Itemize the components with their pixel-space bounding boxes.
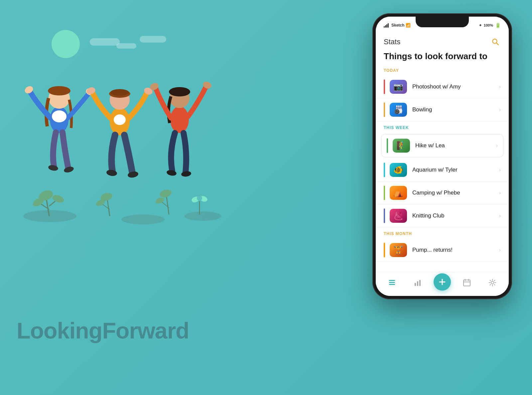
svg-point-1 [121, 214, 165, 224]
svg-point-28 [52, 110, 66, 122]
svg-rect-48 [389, 282, 395, 283]
color-bar-camping [384, 186, 385, 200]
icon-pump: 🏋️ [390, 243, 407, 257]
phone-device: Sketch 📶 ✦ 100% 🔋 Stats [372, 13, 512, 299]
list-item-bowling[interactable]: 🎳 Bowling › [376, 98, 509, 121]
color-bar-aquarium [384, 163, 385, 177]
list-item-pump[interactable]: 🏋️ Pump... returns! › [376, 239, 509, 262]
chevron-pump: › [499, 247, 501, 253]
svg-point-40 [169, 87, 190, 96]
app-screen: Stats Things to look forward to TODAY [376, 31, 509, 296]
icon-photoshoot: 📷 [390, 80, 407, 94]
item-label-hike: Hike w/ Lea [415, 142, 496, 149]
status-left: Sketch 📶 [384, 23, 411, 28]
status-right: ✦ 100% 🔋 [479, 23, 501, 28]
list-item-hike[interactable]: 🧗 Hike w/ Lea › [381, 134, 503, 157]
item-label-photoshoot: Photoshoot w/ Amy [412, 83, 499, 90]
chevron-bowling: › [499, 107, 501, 113]
section-label-month: THIS MONTH [376, 231, 509, 239]
list-item-camping[interactable]: ⛺ Camping w/ Phebe › [376, 182, 509, 204]
nav-list[interactable] [382, 276, 402, 290]
nav-fab-add[interactable] [434, 273, 451, 291]
svg-point-59 [491, 281, 494, 284]
nav-calendar[interactable] [457, 276, 476, 290]
svg-point-38 [170, 106, 189, 133]
app-title: Stats [384, 38, 400, 46]
signal-bar-2 [385, 25, 386, 28]
bluetooth-icon: ✦ [479, 23, 482, 28]
svg-point-44 [181, 171, 192, 177]
svg-rect-55 [464, 280, 470, 286]
svg-rect-51 [417, 281, 418, 286]
item-label-pump: Pump... returns! [412, 247, 499, 253]
battery-icon: 🔋 [495, 23, 501, 28]
phone-frame: Sketch 📶 ✦ 100% 🔋 Stats [372, 13, 512, 379]
list-item-aquarium[interactable]: 🐠 Aquarium w/ Tyler › [376, 159, 509, 182]
nav-settings[interactable] [483, 276, 502, 290]
icon-aquarium: 🐠 [390, 163, 407, 177]
wifi-icon: 📶 [406, 23, 411, 28]
svg-point-23 [48, 86, 70, 95]
list-item-photoshoot[interactable]: 📷 Photoshoot w/ Amy › [376, 75, 509, 98]
carrier-name: Sketch [391, 23, 404, 28]
svg-point-26 [48, 165, 59, 172]
item-label-camping: Camping w/ Phebe [412, 190, 499, 196]
svg-rect-49 [389, 284, 395, 285]
icon-hike: 🧗 [393, 139, 410, 153]
item-label-knitting: Knitting Club [412, 212, 499, 219]
bottom-nav [376, 272, 509, 296]
svg-line-46 [496, 43, 498, 45]
chevron-hike: › [496, 143, 498, 149]
svg-rect-52 [419, 280, 421, 286]
svg-point-37 [114, 114, 126, 125]
svg-point-43 [166, 170, 177, 177]
app-header: Stats [376, 31, 509, 50]
icon-camping: ⛺ [390, 186, 407, 200]
color-bar-knitting [384, 208, 385, 223]
signal-bar-4 [388, 23, 389, 28]
nav-stats[interactable] [408, 276, 427, 290]
search-button[interactable] [490, 37, 501, 47]
color-bar-bowling [384, 102, 385, 117]
section-label-today: TODAY [376, 68, 509, 75]
chevron-knitting: › [499, 213, 501, 219]
svg-rect-47 [389, 280, 395, 281]
chevron-photoshoot: › [499, 84, 501, 90]
chevron-aquarium: › [499, 167, 501, 173]
signal-bars [384, 23, 389, 28]
svg-point-0 [23, 210, 76, 222]
section-label-week: THIS WEEK [376, 125, 509, 133]
svg-point-14 [159, 189, 172, 199]
color-bar-pump [384, 243, 385, 257]
color-bar-hike [387, 138, 388, 153]
color-bar-photoshoot [384, 79, 385, 94]
icon-bowling: 🎳 [390, 103, 407, 117]
svg-point-35 [106, 169, 117, 177]
item-label-bowling: Bowling [412, 106, 499, 113]
illustration [10, 20, 236, 236]
chevron-camping: › [499, 190, 501, 196]
svg-point-20 [197, 196, 202, 201]
phone-notch [416, 17, 469, 27]
item-label-aquarium: Aquarium w/ Tyler [412, 167, 499, 173]
phone-screen-container: Sketch 📶 ✦ 100% 🔋 Stats [376, 17, 509, 296]
svg-rect-50 [415, 283, 416, 286]
svg-point-32 [110, 89, 129, 96]
signal-bar-3 [386, 24, 387, 28]
list-item-knitting[interactable]: 🧶 Knitting Club › [376, 204, 509, 227]
icon-knitting: 🧶 [390, 209, 407, 223]
svg-point-2 [185, 211, 221, 221]
signal-bar-1 [384, 26, 385, 28]
brand-name: LookingForward [17, 318, 189, 343]
svg-line-9 [107, 198, 110, 216]
svg-line-13 [166, 195, 169, 214]
main-heading: Things to look forward to [376, 50, 509, 68]
battery-text: 100% [484, 23, 493, 27]
